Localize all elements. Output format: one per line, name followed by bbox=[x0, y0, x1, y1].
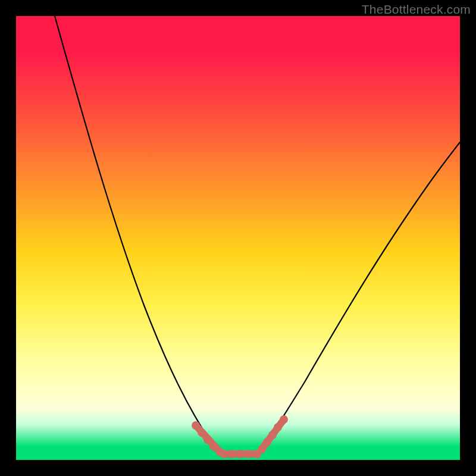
svg-point-8 bbox=[244, 450, 252, 458]
right-curve bbox=[257, 142, 460, 454]
svg-point-14 bbox=[280, 415, 288, 424]
chart-frame bbox=[16, 16, 460, 460]
svg-point-7 bbox=[236, 450, 244, 458]
svg-point-2 bbox=[203, 436, 212, 444]
watermark: TheBottleneck.com bbox=[362, 2, 471, 17]
svg-point-11 bbox=[263, 438, 271, 446]
right-marker-cluster bbox=[258, 415, 288, 453]
svg-point-0 bbox=[192, 421, 200, 430]
left-marker-cluster bbox=[192, 421, 224, 456]
floor-marker-cluster bbox=[220, 450, 261, 458]
svg-point-12 bbox=[268, 431, 277, 439]
chart-svg bbox=[16, 16, 460, 460]
left-curve bbox=[55, 16, 224, 454]
svg-point-13 bbox=[274, 423, 282, 431]
svg-point-10 bbox=[258, 445, 266, 453]
svg-point-5 bbox=[220, 450, 228, 458]
svg-point-6 bbox=[228, 450, 236, 458]
svg-point-3 bbox=[209, 442, 218, 450]
svg-point-1 bbox=[198, 428, 206, 437]
